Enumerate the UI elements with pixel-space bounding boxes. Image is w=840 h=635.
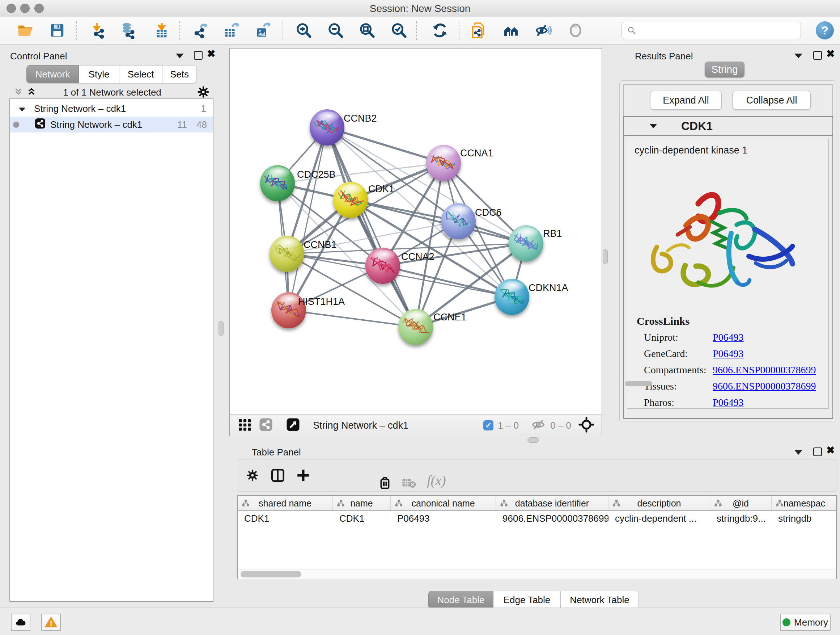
zoom-fit-icon[interactable] (358, 22, 376, 39)
control-panel-gear-icon[interactable] (197, 86, 210, 100)
results-hscroll-thumb[interactable] (625, 381, 652, 386)
hide-graphics-icon[interactable] (535, 22, 552, 39)
network-node-CDC25B[interactable] (260, 165, 295, 201)
network-node-CCNB2[interactable] (309, 109, 344, 146)
table-hscroll-thumb[interactable] (240, 571, 302, 578)
tab-node-table[interactable]: Node Table (428, 591, 493, 609)
bottom-splitter-handle[interactable] (527, 437, 539, 443)
zoom-out-icon[interactable] (327, 22, 344, 39)
control-panel-float-icon[interactable] (194, 51, 202, 61)
collection-expander-icon[interactable] (18, 103, 26, 114)
results-panel-float-icon[interactable] (813, 51, 822, 61)
network-node-RB1[interactable] (508, 225, 543, 261)
crosslink-value-link[interactable]: P06493 (713, 348, 744, 359)
control-panel-close-icon[interactable]: ✖ (207, 50, 215, 57)
column-header-shared-name[interactable]: shared name (238, 496, 333, 510)
table-panel-float-icon[interactable] (813, 448, 822, 458)
tab-style[interactable]: Style (79, 65, 119, 83)
results-panel-close-icon[interactable]: ✖ (826, 50, 835, 57)
network-node-CCNA2[interactable] (365, 248, 400, 284)
birdseye-view-icon[interactable] (286, 417, 300, 433)
left-splitter-handle[interactable] (218, 321, 224, 336)
export-table-icon[interactable] (223, 22, 240, 39)
tab-select[interactable]: Select (119, 65, 163, 83)
table-row[interactable]: CDK1CDK1P064939606.ENSP00000378699cyclin… (238, 511, 836, 526)
share-document-icon[interactable] (470, 22, 488, 39)
results-panel-collapse-icon[interactable] (794, 53, 802, 60)
network-selection-status: 1 of 1 Network selected (43, 87, 181, 98)
network-node-CDKN1A[interactable] (494, 279, 529, 315)
column-header-namespac[interactable]: namespac (772, 496, 837, 510)
network-row-selected[interactable]: String Network – cdk1 11 48 (10, 117, 213, 133)
help-button[interactable]: ? (816, 21, 834, 40)
tab-edge-table[interactable]: Edge Table (493, 591, 561, 609)
crosslink-value-link[interactable]: 9606.ENSP00000378699 (713, 380, 816, 392)
grid-view-icon[interactable] (238, 417, 252, 433)
edge-CCNB2-HIST1H1A[interactable] (289, 127, 327, 310)
tab-network-table[interactable]: Network Table (561, 591, 639, 609)
status-bar: Memory (0, 608, 840, 635)
cdk1-section-header[interactable]: CDK1 (624, 117, 832, 136)
crosslink-row: Uniprot:P06493 (644, 332, 744, 343)
network-collection-row[interactable]: String Network – cdk1 1 (10, 101, 213, 117)
network-node-CDC6[interactable] (441, 203, 476, 239)
warning-button[interactable] (41, 614, 61, 631)
crosslink-value-link[interactable]: 9606.ENSP00000378699 (713, 364, 816, 375)
expand-all-tree-icon[interactable] (26, 86, 37, 98)
memory-button[interactable]: Memory (780, 614, 831, 631)
crosslink-value-link[interactable]: P06493 (713, 397, 744, 408)
search-box[interactable] (622, 22, 801, 39)
delete-column-icon[interactable] (376, 474, 393, 491)
table-panel-close-icon[interactable]: ✖ (826, 447, 835, 454)
hidden-eye-icon[interactable] (531, 417, 546, 434)
save-session-icon[interactable] (49, 22, 66, 39)
network-node-CCNE1[interactable] (398, 309, 433, 345)
network-node-CCNA1[interactable] (426, 145, 461, 181)
table-hscroll-track[interactable] (238, 569, 836, 579)
cloud-button[interactable] (11, 614, 30, 631)
right-splitter-handle[interactable] (603, 249, 608, 264)
column-header-name[interactable]: name (333, 496, 391, 510)
tab-network[interactable]: Network (27, 65, 79, 83)
refresh-network-icon[interactable] (431, 22, 448, 39)
export-network-icon[interactable] (191, 22, 209, 39)
collapse-all-tree-icon[interactable] (13, 86, 24, 98)
node-label-HIST1H1A: HIST1H1A (298, 296, 345, 307)
control-panel-collapse-icon[interactable] (176, 53, 184, 60)
column-header-canonical-name[interactable]: canonical name (391, 496, 496, 510)
network-node-CCNB1[interactable] (270, 236, 304, 272)
import-table-icon[interactable] (153, 22, 171, 39)
column-header-database-identifier[interactable]: database identifier (496, 496, 608, 510)
title-bar: Session: New Session (0, 0, 840, 17)
open-folder-icon[interactable] (17, 22, 34, 39)
create-column-icon[interactable]: f(x) (294, 467, 312, 484)
toolbar-separator (76, 21, 77, 40)
tab-sets[interactable]: Sets (163, 65, 197, 83)
search-input[interactable] (636, 23, 801, 38)
delete-table-icon-disabled (400, 474, 417, 491)
collapse-all-button[interactable]: Collapse All (733, 91, 811, 110)
column-header-description[interactable]: description (608, 496, 710, 510)
share-view-icon[interactable] (259, 417, 273, 433)
edge-CCNB2-CCNA1[interactable] (327, 127, 444, 163)
network-canvas[interactable]: CCNB2CCNA1CDC25BCDK1CDC6RB1CCNB1CCNA2CDK… (230, 49, 602, 414)
edge-HIST1H1A-CCNE1[interactable] (289, 310, 416, 327)
column-header--id[interactable]: @id (710, 496, 772, 510)
crosslink-value-link[interactable]: P06493 (713, 332, 744, 343)
import-network-icon[interactable] (90, 22, 107, 39)
table-gear-icon[interactable] (244, 467, 261, 484)
results-tab-string[interactable]: String (705, 62, 745, 78)
import-database-icon[interactable] (120, 22, 137, 39)
show-columns-icon[interactable] (269, 467, 286, 484)
selected-checkbox[interactable]: ✓ (483, 420, 493, 431)
network-current-dot (13, 122, 19, 128)
table-panel-collapse-icon[interactable] (794, 450, 802, 456)
fit-selected-crosshair-icon[interactable] (578, 417, 594, 434)
expand-all-button[interactable]: Expand All (650, 91, 722, 110)
network-node-CDK1[interactable] (333, 182, 368, 218)
zoom-selected-icon[interactable] (390, 22, 408, 39)
cdk1-collapse-icon[interactable] (650, 124, 657, 128)
zoom-in-icon[interactable] (295, 22, 313, 39)
export-image-icon[interactable] (254, 22, 271, 39)
string-homes-icon[interactable] (502, 22, 520, 39)
